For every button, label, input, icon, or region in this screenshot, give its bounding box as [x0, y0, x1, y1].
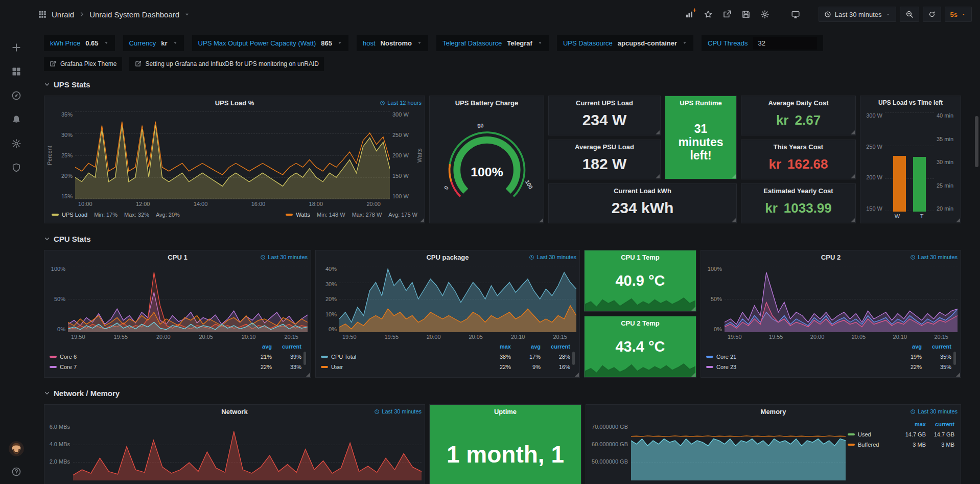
panel-time-range[interactable]: Last 30 minutes — [260, 254, 308, 260]
dashboard-settings-button[interactable] — [757, 7, 773, 21]
breadcrumb-app[interactable]: Unraid — [52, 10, 74, 19]
variable-ups-datasource[interactable]: UPS Datasource apcupsd-container — [557, 35, 693, 51]
panel-time-range[interactable]: Last 30 minutes — [910, 254, 958, 260]
series-toggle[interactable]: CPU Total — [321, 354, 481, 360]
ups-load-chart[interactable] — [75, 111, 390, 199]
memory-chart[interactable] — [631, 418, 846, 480]
section-title: CPU Stats — [54, 235, 91, 243]
panel-time-range[interactable]: Last 30 minutes — [529, 254, 576, 260]
currency-prefix: kr — [776, 112, 789, 128]
grafana-logo[interactable] — [6, 5, 27, 27]
bar-chart[interactable] — [885, 112, 934, 212]
panel-title[interactable]: Estimated Yearly Cost — [763, 187, 833, 195]
submenu: kWh Price 0.65 Currency kr UPS Max Outpu… — [33, 29, 980, 74]
variable-currency[interactable]: Currency kr — [123, 35, 184, 51]
grafana-app: Unraid Unraid System Dashboard + Last 30… — [0, 0, 980, 484]
section-ups-stats[interactable]: UPS Stats — [44, 78, 980, 90]
series-toggle[interactable]: Core 7 — [50, 364, 242, 370]
legend-header-max[interactable]: max — [481, 343, 511, 350]
variable-value: 865 — [321, 39, 332, 47]
section-network-memory[interactable]: Network / Memory — [44, 387, 980, 399]
user-avatar-button[interactable] — [9, 441, 24, 456]
legend-header-avg[interactable]: avg — [892, 343, 922, 350]
cpu-2-chart[interactable] — [725, 266, 958, 332]
panel-title[interactable]: CPU 1 Temp — [621, 253, 660, 261]
network-chart[interactable] — [73, 418, 422, 480]
breadcrumb-dashboard-title[interactable]: Unraid System Dashboard — [89, 10, 179, 19]
cpu-1-chart[interactable] — [68, 266, 308, 332]
zoom-out-time-button[interactable] — [900, 7, 919, 22]
panel-title[interactable]: Average Daily Cost — [768, 99, 828, 107]
panel-title[interactable]: CPU 2 Temp — [621, 319, 660, 327]
panel-title[interactable]: UPS Load vs Time left — [878, 99, 943, 106]
cycle-view-mode-button[interactable] — [788, 7, 803, 21]
panel-title[interactable]: Average PSU Load — [575, 143, 634, 151]
legend-header-current[interactable]: current — [926, 421, 954, 427]
share-dashboard-button[interactable] — [719, 7, 735, 21]
series-toggle[interactable]: Core 6 — [50, 354, 242, 360]
legend-header-avg[interactable]: avg — [511, 343, 541, 350]
panel-title[interactable]: UPS Battery Charge — [455, 99, 519, 107]
legend-header-avg[interactable]: avg — [242, 343, 272, 350]
panel-title[interactable]: Network — [221, 408, 247, 416]
panel-title[interactable]: UPS Load % — [215, 99, 254, 107]
sidebar-help-button[interactable] — [11, 467, 21, 477]
legend-scrollbar[interactable] — [953, 352, 956, 365]
dashboard-link-ups-monitoring-guide[interactable]: Setting up Grafana and InfluxDB for UPS … — [129, 57, 324, 71]
variable-kwh-price[interactable]: kWh Price 0.65 — [44, 35, 115, 51]
panel-title[interactable]: Memory — [761, 408, 786, 416]
refresh-button[interactable] — [923, 7, 941, 22]
dashboard-grid-icon[interactable] — [38, 10, 47, 19]
legend-ups-load[interactable]: UPS Load Min: 17% Max: 32% Avg: 20% — [52, 212, 180, 218]
series-toggle[interactable]: User — [321, 364, 481, 370]
time-range-picker[interactable]: Last 30 minutes — [819, 7, 896, 22]
sidebar-bottom — [9, 441, 24, 477]
variable-host[interactable]: host Nostromo — [357, 35, 428, 51]
panel-title[interactable]: UPS Runtime — [680, 99, 721, 107]
dashboard-caret-icon[interactable] — [184, 11, 190, 17]
panel-title[interactable]: Current Load kWh — [614, 187, 671, 195]
cpu-package-chart[interactable] — [339, 266, 576, 332]
gauge-value: 100% — [471, 165, 503, 179]
panel-time-range[interactable]: Last 12 hours — [380, 100, 422, 106]
panel-time-range[interactable]: Last 30 minutes — [374, 408, 422, 414]
panel-title[interactable]: This Years Cost — [774, 143, 823, 151]
legend-header-current[interactable]: current — [541, 343, 570, 350]
page-scrollbar[interactable] — [975, 116, 978, 167]
panel-average-psu-load: Average PSU Load 182 W — [548, 140, 661, 179]
legend-scrollbar[interactable] — [572, 352, 575, 365]
panel-title[interactable]: CPU package — [426, 253, 469, 261]
series-toggle[interactable]: Core 21 — [706, 354, 892, 360]
save-dashboard-button[interactable] — [738, 7, 754, 21]
sidebar — [0, 0, 33, 484]
sidebar-alerting-button[interactable] — [11, 114, 21, 125]
series-toggle[interactable]: Core 23 — [706, 364, 892, 370]
panel-time-range[interactable]: Last 30 minutes — [910, 408, 958, 414]
clock-icon — [910, 409, 916, 414]
section-cpu-stats[interactable]: CPU Stats — [44, 233, 980, 245]
legend-watts[interactable]: Watts Min: 148 W Max: 278 W Avg: 175 W — [286, 212, 417, 218]
legend-header-max[interactable]: max — [897, 421, 926, 427]
panel-title[interactable]: CPU 1 — [168, 253, 187, 261]
variable-telegraf-datasource[interactable]: Telegraf Datasource Telegraf — [436, 35, 549, 51]
legend-header-current[interactable]: current — [922, 343, 951, 350]
panel-title[interactable]: CPU 2 — [821, 253, 841, 261]
series-toggle[interactable]: Used — [848, 431, 897, 437]
sidebar-server-admin-button[interactable] — [11, 163, 21, 173]
series-toggle[interactable]: Buffered — [848, 442, 897, 448]
cpu-threads-input[interactable]: 32 — [753, 37, 817, 50]
sidebar-explore-button[interactable] — [11, 90, 21, 101]
legend-header-current[interactable]: current — [272, 343, 301, 350]
sidebar-dashboards-button[interactable] — [11, 66, 21, 77]
star-dashboard-button[interactable] — [701, 7, 716, 21]
variable-ups-max-output[interactable]: UPS Max Output Power Capacity (Watt) 865 — [192, 35, 348, 51]
panel-title[interactable]: Uptime — [494, 408, 517, 416]
refresh-interval-picker[interactable]: 5s — [945, 7, 972, 22]
add-panel-button[interactable]: + — [682, 7, 697, 21]
sidebar-configuration-button[interactable] — [11, 139, 21, 149]
sidebar-create-button[interactable] — [11, 42, 21, 53]
panel-title[interactable]: Current UPS Load — [576, 99, 633, 107]
legend-row-user: User 22% 9% 16% — [321, 362, 570, 372]
dashboard-link-grafana-plex-theme[interactable]: Grafana Plex Theme — [44, 57, 122, 71]
legend-scrollbar[interactable] — [304, 352, 306, 365]
